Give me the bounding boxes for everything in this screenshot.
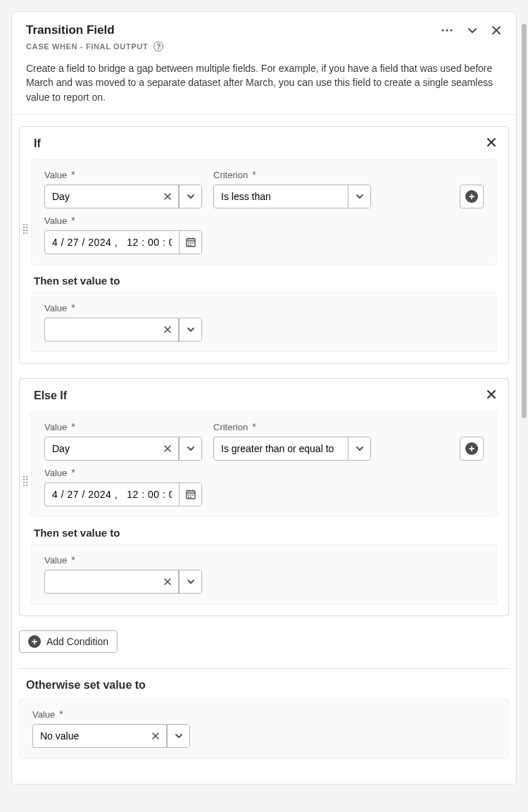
value-field-input[interactable]	[45, 437, 156, 460]
add-condition-label: Add Condition	[46, 636, 108, 647]
svg-point-19	[188, 496, 189, 498]
criterion-label: Criterion*	[213, 170, 371, 180]
then-value-combo[interactable]	[44, 570, 202, 594]
chevron-down-icon[interactable]	[167, 725, 189, 747]
value-label: Value*	[44, 170, 202, 180]
add-criterion-button[interactable]: +	[460, 437, 484, 461]
otherwise-value-combo[interactable]	[32, 724, 190, 748]
condition-card-if: If ⠿⠿ Value*	[19, 126, 509, 364]
chevron-down-icon[interactable]	[179, 185, 201, 208]
value-label: Value*	[44, 216, 202, 226]
svg-point-0	[441, 29, 444, 31]
svg-point-7	[188, 242, 189, 244]
svg-point-20	[190, 496, 191, 498]
value-label: Value*	[44, 555, 202, 566]
then-set-title: Then set value to	[34, 275, 508, 287]
datetime-input[interactable]	[45, 483, 179, 506]
add-condition-button[interactable]: + Add Condition	[19, 630, 118, 653]
help-icon[interactable]: ?	[153, 42, 163, 51]
svg-point-18	[192, 494, 194, 496]
then-value-combo[interactable]	[44, 318, 202, 342]
calendar-icon[interactable]	[179, 483, 201, 506]
svg-point-10	[188, 244, 189, 246]
plus-circle-icon: +	[28, 635, 41, 648]
chevron-down-icon[interactable]	[348, 185, 370, 208]
datetime-combo[interactable]	[44, 482, 202, 506]
criterion-combo[interactable]	[213, 185, 371, 208]
close-icon[interactable]	[491, 25, 502, 36]
panel-header: Transition Field CASE WHEN - FINAL OUTPU…	[12, 12, 516, 115]
remove-condition-icon[interactable]	[486, 389, 497, 403]
clear-icon[interactable]	[156, 185, 179, 208]
datetime-combo[interactable]	[44, 230, 202, 254]
clear-icon[interactable]	[156, 318, 179, 341]
calendar-icon[interactable]	[179, 231, 201, 254]
plus-circle-icon: +	[465, 442, 478, 455]
add-criterion-button[interactable]: +	[460, 185, 484, 208]
svg-rect-3	[187, 239, 195, 246]
collapse-icon[interactable]	[467, 25, 478, 36]
clear-icon[interactable]	[156, 570, 179, 593]
svg-point-8	[190, 242, 191, 244]
condition-title: Else If	[34, 389, 67, 402]
more-icon[interactable]	[440, 23, 454, 37]
value-label: Value*	[44, 422, 202, 432]
chevron-down-icon[interactable]	[348, 437, 370, 460]
criterion-input[interactable]	[214, 437, 348, 460]
svg-point-1	[446, 29, 448, 31]
transition-field-panel: Transition Field CASE WHEN - FINAL OUTPU…	[11, 11, 517, 785]
svg-point-2	[450, 29, 452, 31]
chevron-down-icon[interactable]	[179, 570, 201, 593]
chevron-down-icon[interactable]	[179, 318, 201, 341]
otherwise-title: Otherwise set value to	[26, 679, 509, 692]
panel-description: Create a field to bridge a gap between m…	[26, 61, 502, 104]
scrollbar[interactable]	[522, 24, 527, 418]
drag-handle-icon[interactable]: ⠿⠿	[22, 227, 28, 232]
value-label: Value*	[44, 468, 202, 478]
value-field-combo[interactable]	[44, 437, 202, 461]
svg-point-17	[190, 494, 191, 496]
svg-rect-12	[187, 491, 195, 499]
remove-condition-icon[interactable]	[486, 137, 497, 151]
panel-subtitle: CASE WHEN - FINAL OUTPUT	[26, 42, 148, 51]
then-value-input[interactable]	[45, 318, 156, 341]
then-value-input[interactable]	[45, 570, 156, 593]
drag-handle-icon[interactable]: ⠿⠿	[22, 479, 28, 485]
svg-point-16	[188, 494, 189, 496]
chevron-down-icon[interactable]	[179, 437, 201, 460]
plus-circle-icon: +	[465, 190, 478, 203]
clear-icon[interactable]	[144, 725, 167, 747]
criterion-label: Criterion*	[213, 422, 371, 432]
svg-point-11	[190, 244, 191, 246]
panel-title: Transition Field	[26, 23, 115, 37]
otherwise-value-input[interactable]	[33, 725, 144, 747]
condition-card-elseif: Else If ⠿⠿ Value*	[19, 378, 509, 616]
clear-icon[interactable]	[156, 437, 179, 460]
datetime-input[interactable]	[45, 231, 179, 254]
condition-title: If	[34, 137, 41, 150]
then-set-title: Then set value to	[34, 527, 508, 539]
value-field-input[interactable]	[45, 185, 156, 208]
otherwise-card: Value*	[19, 699, 509, 758]
criterion-input[interactable]	[214, 185, 348, 208]
value-label: Value*	[44, 303, 202, 313]
svg-point-9	[192, 242, 194, 244]
value-field-combo[interactable]	[44, 185, 202, 208]
divider	[19, 668, 509, 669]
criterion-combo[interactable]	[213, 437, 371, 461]
value-label: Value*	[32, 709, 190, 720]
